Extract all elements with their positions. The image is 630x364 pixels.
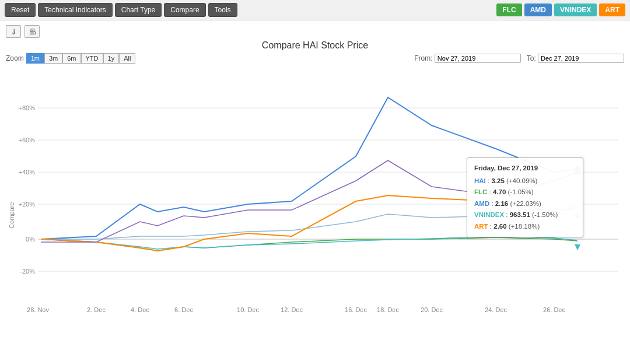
chart-title: Compare HAI Stock Price — [6, 40, 624, 51]
tooltip-row-vnindex: VNINDEX : 963.51 (-1.50%) — [474, 209, 576, 221]
from-label: From: — [414, 54, 432, 62]
tooltip-popup: Friday, Dec 27, 2019 HAI : 3.25 (+40.09%… — [467, 158, 583, 237]
tooltip-date: Friday, Dec 27, 2019 — [474, 163, 576, 174]
ticker-badge-vnindex[interactable]: VNINDEX — [554, 4, 597, 16]
svg-text:+60%: +60% — [19, 136, 36, 144]
y-axis-label: Compare — [8, 202, 15, 228]
print-button[interactable]: 🖶 — [24, 25, 40, 38]
svg-text:24. Dec: 24. Dec — [485, 306, 507, 313]
vnindex-endpoint — [575, 244, 580, 250]
chart-svg-wrap: Compare +80% +60% +40% +20% 0% -20% — [6, 67, 624, 335]
download-button[interactable]: ⇓ — [6, 25, 21, 38]
svg-text:6. Dec: 6. Dec — [174, 306, 193, 313]
svg-text:0%: 0% — [26, 236, 35, 243]
zoom-btn-1m[interactable]: 1m — [26, 53, 44, 64]
tools-button[interactable]: Tools — [208, 3, 237, 17]
from-date-input[interactable] — [435, 54, 521, 63]
toolbar: Reset Technical Indicators Chart Type Co… — [0, 0, 630, 20]
svg-text:+80%: +80% — [19, 104, 36, 111]
ticker-badge-flc[interactable]: FLC — [496, 4, 522, 16]
svg-text:12. Dec: 12. Dec — [281, 306, 303, 313]
vnindex-line — [41, 236, 578, 249]
svg-text:+20%: +20% — [19, 201, 36, 208]
technical-indicators-button[interactable]: Technical Indicators — [38, 3, 112, 17]
zoom-btn-6m[interactable]: 6m — [62, 53, 80, 64]
reset-button[interactable]: Reset — [5, 3, 36, 17]
chart-type-button[interactable]: Chart Type — [115, 3, 162, 17]
date-range: From: To: — [414, 54, 624, 63]
svg-text:28. Nov: 28. Nov — [27, 306, 49, 313]
tooltip-row-amd: AMD : 2.16 (+22.03%) — [474, 198, 576, 210]
chart-area: ⇓ 🖶 Compare HAI Stock Price Zoom 1m3m6mY… — [0, 20, 630, 335]
tooltip-row-flc: FLC : 4.70 (-1.05%) — [474, 187, 576, 198]
svg-text:10. Dec: 10. Dec — [237, 306, 259, 313]
to-label: To: — [527, 54, 536, 62]
svg-text:4. Dec: 4. Dec — [131, 306, 149, 313]
svg-text:-20%: -20% — [20, 268, 35, 275]
zoom-buttons: 1m3m6mYTD1yAll — [26, 53, 136, 64]
svg-text:18. Dec: 18. Dec — [377, 306, 399, 313]
ticker-badges: FLCAMDVNINDEXART — [494, 6, 625, 14]
x-axis-labels: 28. Nov 2. Dec 4. Dec 6. Dec 10. Dec 12.… — [27, 306, 565, 313]
tooltip-row-hai: HAI : 3.25 (+40.09%) — [474, 176, 576, 187]
zoom-btn-1y[interactable]: 1y — [103, 53, 120, 64]
zoom-btn-3m[interactable]: 3m — [44, 53, 62, 64]
svg-text:26. Dec: 26. Dec — [543, 306, 565, 313]
ticker-badge-amd[interactable]: AMD — [524, 4, 552, 16]
ticker-badge-art[interactable]: ART — [599, 4, 625, 16]
tooltip-rows: HAI : 3.25 (+40.09%)FLC : 4.70 (-1.05%)A… — [474, 176, 576, 233]
svg-text:16. Dec: 16. Dec — [345, 306, 367, 313]
compare-button[interactable]: Compare — [164, 3, 205, 17]
svg-text:2. Dec: 2. Dec — [87, 306, 106, 313]
to-date-input[interactable] — [538, 54, 624, 63]
svg-text:20. Dec: 20. Dec — [421, 306, 443, 313]
zoom-label: Zoom — [6, 54, 24, 62]
svg-text:+40%: +40% — [19, 169, 36, 176]
tooltip-row-art: ART : 2.60 (+18.18%) — [474, 221, 576, 233]
zoom-btn-ytd[interactable]: YTD — [81, 53, 103, 64]
zoom-btn-all[interactable]: All — [119, 53, 135, 64]
chart-controls: ⇓ 🖶 — [6, 25, 624, 38]
